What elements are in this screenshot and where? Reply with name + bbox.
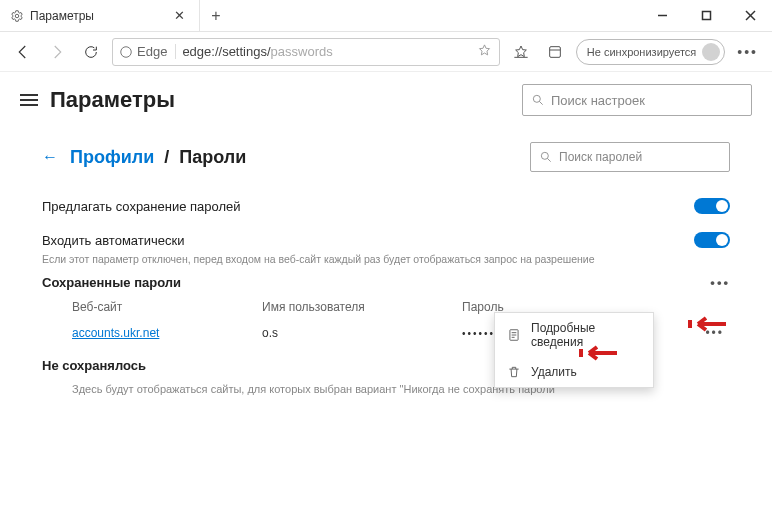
url-provider-label: Edge xyxy=(137,44,167,59)
browser-tab[interactable]: Параметры ✕ xyxy=(0,0,200,31)
breadcrumb-current: Пароли xyxy=(179,147,246,168)
window-controls xyxy=(640,0,772,31)
svg-point-9 xyxy=(533,95,540,102)
offer-save-toggle[interactable] xyxy=(694,198,730,214)
col-site: Веб-сайт xyxy=(72,300,262,314)
menu-icon[interactable] xyxy=(20,94,38,106)
content-area: ← Профили / Пароли Поиск паролей Предлаг… xyxy=(0,128,772,395)
ctx-delete[interactable]: Удалить xyxy=(495,357,653,387)
offer-save-label: Предлагать сохранение паролей xyxy=(42,199,241,214)
url-text: edge://settings/passwords xyxy=(182,44,332,59)
trash-icon xyxy=(507,365,521,379)
maximize-button[interactable] xyxy=(684,0,728,31)
site-link[interactable]: accounts.ukr.net xyxy=(72,326,159,340)
forward-button[interactable] xyxy=(44,39,70,65)
more-menu-button[interactable]: ••• xyxy=(733,44,762,60)
settings-search[interactable]: Поиск настроек xyxy=(522,84,752,116)
svg-rect-2 xyxy=(702,12,710,20)
svg-line-10 xyxy=(539,101,542,104)
passwords-search[interactable]: Поиск паролей xyxy=(530,142,730,172)
ctx-details[interactable]: Подробные сведения xyxy=(495,313,653,357)
ctx-delete-label: Удалить xyxy=(531,365,577,379)
breadcrumb-parent[interactable]: Профили xyxy=(70,147,154,168)
close-icon[interactable]: ✕ xyxy=(170,8,189,23)
breadcrumb: ← Профили / Пароли Поиск паролей xyxy=(42,142,730,172)
svg-point-11 xyxy=(541,152,548,159)
refresh-button[interactable] xyxy=(78,39,104,65)
collections-button[interactable] xyxy=(542,39,568,65)
auto-signin-sub: Если этот параметр отключен, перед входо… xyxy=(42,253,730,265)
saved-passwords-heading: Сохраненные пароли ••• xyxy=(42,275,730,290)
url-field[interactable]: Edge edge://settings/passwords xyxy=(112,38,500,66)
annotation-arrow xyxy=(579,343,619,363)
page-title: Параметры xyxy=(50,87,510,113)
favorite-icon[interactable] xyxy=(477,43,493,61)
avatar xyxy=(702,43,720,61)
svg-line-12 xyxy=(547,158,550,161)
svg-point-5 xyxy=(121,46,132,57)
gear-icon xyxy=(10,9,24,23)
settings-search-placeholder: Поиск настроек xyxy=(551,93,645,108)
details-icon xyxy=(507,328,521,342)
passwords-search-placeholder: Поиск паролей xyxy=(559,150,642,164)
svg-point-0 xyxy=(15,14,19,18)
new-tab-button[interactable]: + xyxy=(200,0,232,31)
sync-status-label: Не синхронизируется xyxy=(587,46,696,58)
breadcrumb-sep: / xyxy=(164,147,169,168)
auto-signin-toggle[interactable] xyxy=(694,232,730,248)
svg-rect-7 xyxy=(549,46,560,57)
auto-signin-row: Входить автоматически xyxy=(42,228,730,252)
minimize-button[interactable] xyxy=(640,0,684,31)
url-provider: Edge xyxy=(119,44,176,59)
back-button[interactable] xyxy=(10,39,36,65)
tab-title: Параметры xyxy=(30,9,164,23)
window-titlebar: Параметры ✕ + xyxy=(0,0,772,32)
annotation-arrow xyxy=(688,314,728,334)
back-arrow-icon[interactable]: ← xyxy=(42,148,60,166)
row-username: o.s xyxy=(262,326,462,340)
profile-sync-pill[interactable]: Не синхронизируется xyxy=(576,39,725,65)
col-user: Имя пользователя xyxy=(262,300,462,314)
row-context-menu: Подробные сведения Удалить xyxy=(494,312,654,388)
settings-header: Параметры Поиск настроек xyxy=(0,72,772,128)
favorites-button[interactable] xyxy=(508,39,534,65)
auto-signin-label: Входить автоматически xyxy=(42,233,184,248)
saved-section-menu[interactable]: ••• xyxy=(710,275,730,290)
address-bar: Edge edge://settings/passwords Не синхро… xyxy=(0,32,772,72)
close-window-button[interactable] xyxy=(728,0,772,31)
offer-save-row: Предлагать сохранение паролей xyxy=(42,194,730,218)
